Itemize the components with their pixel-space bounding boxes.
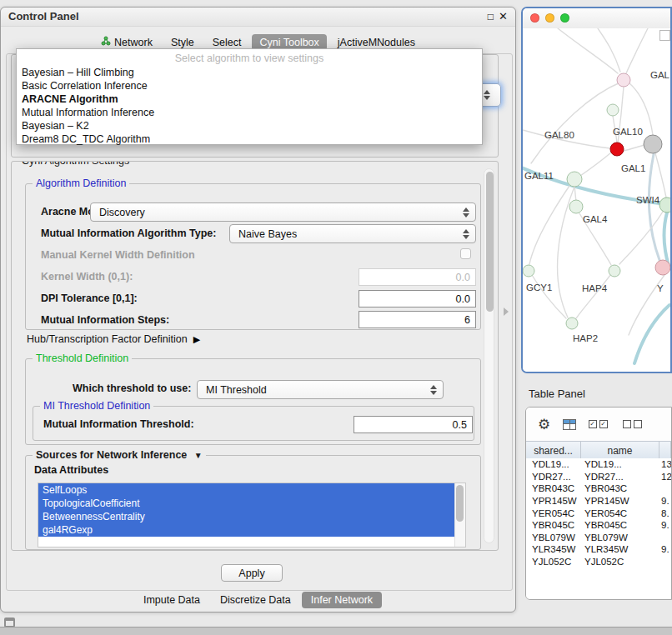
popup-item[interactable]: Basic Correlation Inference [17,79,482,92]
popup-item[interactable]: Mutual Information Inference [17,106,482,119]
tab-label: Select [213,37,242,48]
column-header[interactable]: name [581,442,659,459]
expand-right-icon: ▶ [193,334,200,345]
tab-label: jActiveMNodules [338,37,415,48]
table-row[interactable]: YLR345WYLR345W9. [526,543,671,556]
bottom-tab-bar: Impute DataDiscretize DataInfer Network [1,591,515,608]
table-cell: YER054C [581,508,659,518]
network-tab-icon [101,36,111,48]
table-row[interactable]: YER054CYER054C8. [526,507,671,519]
popup-placeholder: Select algorithm to view settings [17,52,482,66]
mi-steps-field[interactable]: 6 [359,311,476,328]
table-cell: YER054C [526,508,581,518]
attribute-item[interactable]: SelfLoops [38,483,454,497]
table-cell: YBL079W [526,532,581,542]
settings-scrollbar-thumb[interactable] [486,172,494,312]
algorithm-definition-title: Algorithm Definition [33,178,129,189]
table-row[interactable]: YBR045CYBR045C9. [526,519,671,532]
settings-scrollbar[interactable] [484,168,494,543]
network-edge[interactable] [558,28,618,73]
bottom-tab-infer-network[interactable]: Infer Network [302,592,382,608]
table-row[interactable]: YJL052CYJL052C [526,556,671,568]
dpi-tolerance-field[interactable]: 0.0 [359,290,476,308]
network-scrollbar-stub[interactable] [659,30,670,41]
table-body: YDL19...YDL19...13YDR27...YDR27...12YBR0… [526,458,671,599]
kernel-width-field[interactable]: 0.0 [359,268,476,286]
control-panel-titlebar[interactable]: Control Panel □ ✕ [1,8,515,27]
table-row[interactable]: YBR043CYBR043C [526,482,671,495]
network-edge[interactable] [649,154,659,260]
column-header[interactable]: shared... [526,442,581,459]
gear-icon[interactable]: ⚙ [538,418,550,432]
attribute-item[interactable]: TopologicalCoefficient [38,497,454,510]
zoom-light[interactable] [560,13,569,22]
popup-item[interactable]: Bayesian – Hill Climbing [17,66,482,79]
hub-section-toggle[interactable]: Hub/Transcription Factor Definition ▶ [27,333,200,345]
network-canvas[interactable]: GALGAL80GAL10GAL11GAL1SWI4GAL4GCY1HAP4YH… [523,28,670,372]
network-edge[interactable] [626,28,648,73]
table-row[interactable]: YDR27...YDR27...12 [526,471,671,483]
tab-label: Cyni Toolbox [259,37,318,48]
network-node[interactable] [569,200,583,213]
tab-label: Network [114,37,153,48]
network-edge[interactable] [598,28,620,72]
network-edge[interactable] [634,305,669,363]
column-selector-icon[interactable] [563,419,576,430]
clear-selection-icon[interactable] [623,420,644,428]
network-node[interactable] [617,73,630,87]
combo-arrows-icon [463,208,469,218]
popup-item[interactable]: Bayesian – K2 [17,119,482,132]
network-edge[interactable] [619,212,663,264]
mi-type-combo[interactable]: Naive Bayes [229,224,476,243]
threshold-definition-group: Threshold Definition Which threshold to … [25,358,481,445]
attributes-scrollbar[interactable] [454,483,465,547]
network-edge[interactable] [574,187,576,201]
node-label: GAL80 [544,130,574,140]
network-edge[interactable] [576,275,610,318]
data-attributes-list[interactable]: SelfLoopsTopologicalCoefficientBetweenne… [38,482,466,548]
table-row[interactable]: YDL19...YDL19...13 [526,458,671,471]
splitter-collapse-arrow[interactable] [504,308,509,316]
network-node[interactable] [566,318,578,329]
close-icon[interactable]: ✕ [499,10,508,22]
attribute-item[interactable]: gal4RGexp [38,523,454,537]
network-node[interactable] [607,104,619,116]
network-edge[interactable] [580,152,611,176]
attribute-item[interactable]: BetweennessCentrality [38,510,454,523]
table-row[interactable]: YBL079WYBL079W [526,532,671,544]
table-row[interactable]: YPR145WYPR145W9. [526,495,671,508]
network-view-titlebar[interactable] [523,8,670,29]
bottom-tab-impute-data[interactable]: Impute Data [134,592,209,608]
restore-icon[interactable]: □ [488,11,494,22]
popup-item[interactable]: ARACNE Algorithm [17,92,482,106]
network-node[interactable] [655,260,670,275]
network-node[interactable] [644,135,662,153]
network-edge[interactable] [655,153,666,198]
network-node[interactable] [659,198,670,212]
network-node[interactable] [609,265,620,277]
network-node[interactable] [523,265,534,277]
popup-item[interactable]: Dream8 DC_TDC Algorithm [17,132,482,146]
node-label: HAP2 [573,333,598,343]
aracne-mode-combo[interactable]: Discovery [90,202,476,222]
minimize-light[interactable] [545,13,554,22]
combo-arrows-icon [463,229,469,239]
network-edge[interactable] [531,82,622,163]
node-label: GAL [650,70,670,80]
which-threshold-combo[interactable]: MI Threshold [197,380,444,399]
bottom-tab-discretize-data[interactable]: Discretize Data [211,592,300,608]
select-all-icon[interactable] [589,420,610,428]
network-node[interactable] [610,142,624,156]
screen: Control Panel □ ✕ NetworkStyleSelectCyni… [0,0,672,635]
network-node[interactable] [567,172,582,187]
column-header[interactable] [659,442,671,459]
network-edge[interactable] [529,186,569,264]
mi-threshold-field[interactable]: 0.5 [354,416,473,433]
attributes-scrollbar-thumb[interactable] [456,485,464,522]
apply-button[interactable]: Apply [221,564,283,582]
cyni-algorithm-settings-group: Cyni Algorithm Settings Algorithm Defini… [11,161,499,551]
sources-title[interactable]: Sources for Network Inference ▼ [33,449,206,461]
network-edge[interactable] [624,145,644,151]
manual-kernel-checkbox[interactable] [460,248,471,259]
close-light[interactable] [530,13,539,22]
